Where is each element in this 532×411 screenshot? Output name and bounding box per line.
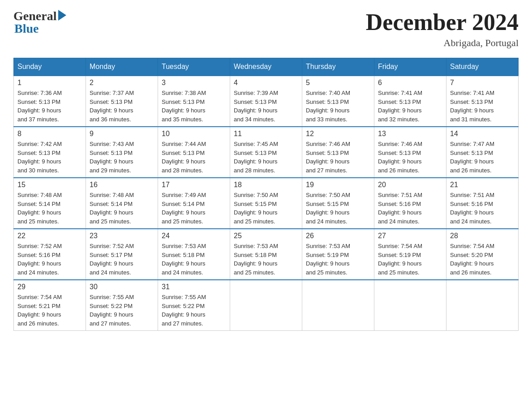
day-number: 2 [90, 79, 154, 87]
day-number: 7 [450, 79, 515, 87]
day-cell-18: 18Sunrise: 7:50 AMSunset: 5:15 PMDayligh… [230, 178, 302, 229]
day-info: Sunrise: 7:54 AMSunset: 5:21 PMDaylight:… [17, 293, 82, 328]
day-info: Sunrise: 7:54 AMSunset: 5:20 PMDaylight:… [450, 242, 515, 277]
page-header: General Blue December 2024 Abrigada, Por… [13, 9, 519, 49]
day-info: Sunrise: 7:53 AMSunset: 5:18 PMDaylight:… [234, 242, 298, 277]
day-info: Sunrise: 7:38 AMSunset: 5:13 PMDaylight:… [162, 89, 226, 124]
day-cell-15: 15Sunrise: 7:48 AMSunset: 5:14 PMDayligh… [14, 178, 86, 229]
day-number: 6 [378, 79, 442, 87]
day-info: Sunrise: 7:46 AMSunset: 5:13 PMDaylight:… [378, 140, 442, 175]
day-info: Sunrise: 7:52 AMSunset: 5:16 PMDaylight:… [17, 242, 82, 277]
day-number: 10 [162, 130, 226, 138]
day-cell-13: 13Sunrise: 7:46 AMSunset: 5:13 PMDayligh… [374, 127, 446, 178]
header-row: SundayMondayTuesdayWednesdayThursdayFrid… [14, 58, 519, 76]
day-cell-14: 14Sunrise: 7:47 AMSunset: 5:13 PMDayligh… [446, 127, 519, 178]
day-cell-16: 16Sunrise: 7:48 AMSunset: 5:14 PMDayligh… [86, 178, 158, 229]
day-info: Sunrise: 7:41 AMSunset: 5:13 PMDaylight:… [378, 89, 442, 124]
column-header-friday: Friday [374, 58, 446, 76]
empty-cell [230, 280, 302, 331]
day-info: Sunrise: 7:52 AMSunset: 5:17 PMDaylight:… [90, 242, 154, 277]
day-info: Sunrise: 7:49 AMSunset: 5:14 PMDaylight:… [162, 191, 226, 226]
week-row-1: 1Sunrise: 7:36 AMSunset: 5:13 PMDaylight… [14, 76, 519, 127]
day-cell-30: 30Sunrise: 7:55 AMSunset: 5:22 PMDayligh… [86, 280, 158, 331]
day-cell-7: 7Sunrise: 7:41 AMSunset: 5:13 PMDaylight… [446, 76, 519, 127]
day-number: 24 [162, 232, 226, 240]
day-number: 22 [17, 232, 82, 240]
day-number: 18 [234, 181, 298, 189]
column-header-sunday: Sunday [14, 58, 86, 76]
logo-blue-text: Blue [14, 21, 39, 36]
day-info: Sunrise: 7:44 AMSunset: 5:13 PMDaylight:… [162, 140, 226, 175]
day-number: 9 [90, 130, 154, 138]
day-number: 17 [162, 181, 226, 189]
day-info: Sunrise: 7:51 AMSunset: 5:16 PMDaylight:… [378, 191, 442, 226]
day-cell-27: 27Sunrise: 7:54 AMSunset: 5:19 PMDayligh… [374, 229, 446, 280]
empty-cell [374, 280, 446, 331]
day-info: Sunrise: 7:48 AMSunset: 5:14 PMDaylight:… [17, 191, 82, 226]
day-cell-31: 31Sunrise: 7:55 AMSunset: 5:22 PMDayligh… [158, 280, 230, 331]
day-info: Sunrise: 7:46 AMSunset: 5:13 PMDaylight:… [306, 140, 370, 175]
day-info: Sunrise: 7:50 AMSunset: 5:15 PMDaylight:… [306, 191, 370, 226]
day-cell-24: 24Sunrise: 7:53 AMSunset: 5:18 PMDayligh… [158, 229, 230, 280]
day-info: Sunrise: 7:40 AMSunset: 5:13 PMDaylight:… [306, 89, 370, 124]
day-info: Sunrise: 7:53 AMSunset: 5:19 PMDaylight:… [306, 242, 370, 277]
day-info: Sunrise: 7:43 AMSunset: 5:13 PMDaylight:… [90, 140, 154, 175]
day-info: Sunrise: 7:54 AMSunset: 5:19 PMDaylight:… [378, 242, 442, 277]
day-number: 5 [306, 79, 370, 87]
day-info: Sunrise: 7:50 AMSunset: 5:15 PMDaylight:… [234, 191, 298, 226]
day-cell-6: 6Sunrise: 7:41 AMSunset: 5:13 PMDaylight… [374, 76, 446, 127]
week-row-5: 29Sunrise: 7:54 AMSunset: 5:21 PMDayligh… [14, 280, 519, 331]
day-cell-21: 21Sunrise: 7:51 AMSunset: 5:16 PMDayligh… [446, 178, 519, 229]
title-area: December 2024 Abrigada, Portugal [366, 9, 519, 49]
day-number: 29 [17, 283, 82, 291]
day-number: 1 [17, 79, 82, 87]
day-number: 23 [90, 232, 154, 240]
day-info: Sunrise: 7:45 AMSunset: 5:13 PMDaylight:… [234, 140, 298, 175]
week-row-2: 8Sunrise: 7:42 AMSunset: 5:13 PMDaylight… [14, 127, 519, 178]
month-title: December 2024 [366, 9, 519, 35]
day-number: 20 [378, 181, 442, 189]
day-cell-28: 28Sunrise: 7:54 AMSunset: 5:20 PMDayligh… [446, 229, 519, 280]
day-number: 8 [17, 130, 82, 138]
day-cell-26: 26Sunrise: 7:53 AMSunset: 5:19 PMDayligh… [302, 229, 374, 280]
day-cell-20: 20Sunrise: 7:51 AMSunset: 5:16 PMDayligh… [374, 178, 446, 229]
day-info: Sunrise: 7:48 AMSunset: 5:14 PMDaylight:… [90, 191, 154, 226]
day-cell-5: 5Sunrise: 7:40 AMSunset: 5:13 PMDaylight… [302, 76, 374, 127]
day-number: 14 [450, 130, 515, 138]
day-number: 26 [306, 232, 370, 240]
day-number: 21 [450, 181, 515, 189]
day-cell-9: 9Sunrise: 7:43 AMSunset: 5:13 PMDaylight… [86, 127, 158, 178]
day-number: 19 [306, 181, 370, 189]
day-cell-3: 3Sunrise: 7:38 AMSunset: 5:13 PMDaylight… [158, 76, 230, 127]
day-number: 15 [17, 181, 82, 189]
day-cell-10: 10Sunrise: 7:44 AMSunset: 5:13 PMDayligh… [158, 127, 230, 178]
day-cell-1: 1Sunrise: 7:36 AMSunset: 5:13 PMDaylight… [14, 76, 86, 127]
day-number: 25 [234, 232, 298, 240]
day-info: Sunrise: 7:47 AMSunset: 5:13 PMDaylight:… [450, 140, 515, 175]
day-info: Sunrise: 7:42 AMSunset: 5:13 PMDaylight:… [17, 140, 82, 175]
day-cell-25: 25Sunrise: 7:53 AMSunset: 5:18 PMDayligh… [230, 229, 302, 280]
day-number: 30 [90, 283, 154, 291]
day-cell-2: 2Sunrise: 7:37 AMSunset: 5:13 PMDaylight… [86, 76, 158, 127]
day-info: Sunrise: 7:55 AMSunset: 5:22 PMDaylight:… [90, 293, 154, 328]
day-info: Sunrise: 7:53 AMSunset: 5:18 PMDaylight:… [162, 242, 226, 277]
column-header-wednesday: Wednesday [230, 58, 302, 76]
day-number: 31 [162, 283, 226, 291]
day-info: Sunrise: 7:41 AMSunset: 5:13 PMDaylight:… [450, 89, 515, 124]
column-header-thursday: Thursday [302, 58, 374, 76]
location-title: Abrigada, Portugal [366, 37, 519, 49]
day-cell-22: 22Sunrise: 7:52 AMSunset: 5:16 PMDayligh… [14, 229, 86, 280]
column-header-tuesday: Tuesday [158, 58, 230, 76]
day-cell-17: 17Sunrise: 7:49 AMSunset: 5:14 PMDayligh… [158, 178, 230, 229]
day-number: 4 [234, 79, 298, 87]
day-cell-19: 19Sunrise: 7:50 AMSunset: 5:15 PMDayligh… [302, 178, 374, 229]
day-info: Sunrise: 7:55 AMSunset: 5:22 PMDaylight:… [162, 293, 226, 328]
day-info: Sunrise: 7:37 AMSunset: 5:13 PMDaylight:… [90, 89, 154, 124]
calendar-table: SundayMondayTuesdayWednesdayThursdayFrid… [13, 58, 519, 331]
column-header-saturday: Saturday [446, 58, 519, 76]
day-number: 13 [378, 130, 442, 138]
empty-cell [302, 280, 374, 331]
day-cell-11: 11Sunrise: 7:45 AMSunset: 5:13 PMDayligh… [230, 127, 302, 178]
day-number: 28 [450, 232, 515, 240]
day-cell-4: 4Sunrise: 7:39 AMSunset: 5:13 PMDaylight… [230, 76, 302, 127]
